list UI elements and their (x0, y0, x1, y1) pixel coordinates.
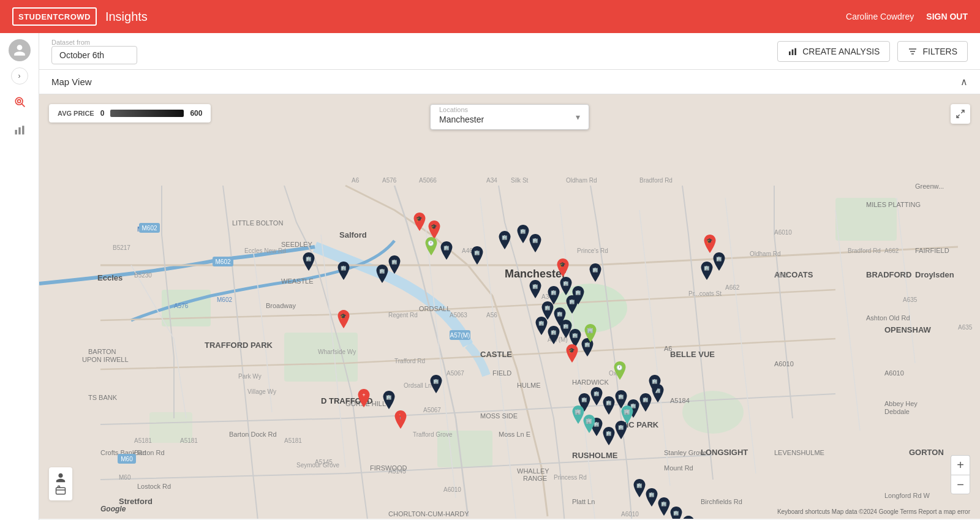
svg-text:Manchester: Manchester (505, 268, 566, 280)
toolbar-right: CREATE ANALYSIS FILTERS (777, 41, 968, 62)
svg-text:A6010: A6010 (884, 369, 904, 377)
map-container[interactable]: M602 A576 M602 A570 (39, 94, 980, 519)
svg-text:A662: A662 (725, 284, 740, 291)
svg-text:B5217: B5217 (113, 244, 130, 251)
map-header: Map View ∧ (39, 70, 980, 94)
dataset-value[interactable]: October 6th (51, 46, 137, 64)
svg-text:A5145: A5145 (388, 468, 406, 475)
svg-text:GORTON: GORTON (909, 448, 944, 457)
svg-rect-193 (56, 488, 66, 494)
price-bar: AVG PRICE 0 600 (49, 104, 211, 122)
svg-text:A576: A576 (382, 177, 397, 184)
person-icon (55, 472, 66, 483)
svg-text:Droylsden: Droylsden (915, 270, 954, 279)
google-logo: Google (100, 503, 131, 514)
svg-text:FIELD: FIELD (492, 369, 511, 377)
svg-text:Trafford Rd: Trafford Rd (394, 358, 425, 364)
svg-text:RUSHOLME: RUSHOLME (572, 451, 618, 460)
fullscreen-button[interactable] (951, 104, 970, 124)
create-analysis-button[interactable]: CREATE ANALYSIS (777, 41, 890, 62)
svg-line-192 (957, 115, 960, 118)
app-title: Insights (105, 10, 148, 24)
svg-point-1 (17, 100, 20, 103)
svg-text:ORDSALL: ORDSALL (419, 305, 450, 312)
svg-text:Google: Google (100, 505, 126, 513)
svg-text:Longford Rd W: Longford Rd W (884, 492, 930, 499)
logo-box: STUDENTCROWD (12, 7, 97, 26)
svg-text:A576: A576 (174, 303, 189, 309)
location-selector[interactable]: Locations Manchester ▾ (430, 104, 589, 130)
zoom-in-button[interactable]: + (951, 455, 970, 475)
filters-button[interactable]: FILTERS (897, 41, 968, 62)
svg-text:TRAFFORD PARK: TRAFFORD PARK (205, 341, 273, 350)
svg-text:WEASTLE: WEASTLE (281, 277, 314, 285)
svg-text:M602: M602 (215, 258, 230, 265)
toolbar: Dataset from October 6th CREATE ANALYSIS… (39, 33, 980, 70)
svg-text:Pr...coats St: Pr...coats St (688, 290, 722, 297)
svg-text:A662: A662 (774, 272, 789, 279)
svg-text:Prince's Rd: Prince's Rd (577, 247, 608, 254)
svg-text:A5066: A5066 (419, 177, 437, 184)
svg-text:A5145: A5145 (315, 459, 333, 465)
svg-text:Debdale: Debdale (884, 408, 910, 415)
svg-rect-5 (22, 126, 24, 134)
svg-text:Ashton Old Rd: Ashton Old Rd (866, 314, 910, 322)
svg-text:Lostock Rd: Lostock Rd (137, 483, 171, 490)
sign-out-button[interactable]: SIGN OUT (926, 12, 968, 21)
svg-point-19 (682, 391, 744, 434)
svg-text:Birchfields Rd: Birchfields Rd (701, 498, 742, 505)
svg-text:A6010: A6010 (443, 486, 461, 493)
svg-text:Oldham Rd: Oldham Rd (750, 251, 781, 257)
fullscreen-icon (956, 109, 965, 119)
svg-text:M60: M60 (119, 474, 131, 481)
svg-text:M602: M602 (217, 296, 232, 303)
svg-text:Ordsall Ln: Ordsall Ln (404, 382, 432, 389)
svg-text:BELLE VUE: BELLE VUE (670, 350, 715, 359)
svg-text:Barton Dock Rd: Barton Dock Rd (229, 431, 277, 438)
svg-text:RANGE: RANGE (523, 475, 547, 482)
svg-text:BRADFORD: BRADFORD (866, 270, 911, 279)
svg-text:A46: A46 (462, 247, 473, 254)
svg-text:VIC PARK: VIC PARK (621, 420, 659, 429)
svg-text:A5181: A5181 (134, 437, 152, 444)
svg-text:Trafford Grove: Trafford Grove (413, 431, 453, 438)
svg-point-13 (554, 284, 627, 333)
svg-text:Abbey Hey: Abbey Hey (884, 400, 918, 407)
svg-text:Eccles New Rd: Eccles New Rd (244, 247, 286, 254)
svg-text:A635: A635 (903, 296, 918, 303)
svg-text:A34: A34 (486, 177, 497, 184)
svg-text:Park Wy: Park Wy (238, 373, 262, 380)
svg-text:LITTLE BOLTON: LITTLE BOLTON (232, 219, 283, 227)
svg-rect-4 (18, 127, 20, 135)
svg-text:HULME: HULME (517, 382, 541, 389)
svg-text:Eccles: Eccles (97, 273, 123, 282)
svg-point-0 (15, 97, 23, 105)
zoom-out-button[interactable]: − (951, 475, 970, 494)
map-section-title: Map View (51, 77, 92, 87)
sidebar-toggle[interactable]: › (11, 67, 28, 85)
svg-text:Ox...: Ox... (609, 370, 622, 377)
svg-text:A6010: A6010 (774, 360, 794, 367)
filter-icon (908, 47, 918, 56)
chevron-down-icon: ▾ (576, 112, 580, 122)
svg-text:A34: A34 (541, 293, 552, 300)
svg-text:M602: M602 (141, 225, 157, 232)
svg-text:A6: A6 (352, 177, 360, 184)
svg-rect-8 (794, 48, 796, 55)
sidebar-chart-icon[interactable] (9, 119, 31, 141)
svg-text:A57(M): A57(M) (450, 332, 470, 339)
svg-text:A662: A662 (884, 247, 899, 254)
svg-text:Oldham Rd: Oldham Rd (566, 177, 597, 184)
sidebar-search-icon[interactable] (9, 91, 31, 113)
app-body: › Dataset from October 6th CREATE ANALYS… (0, 33, 980, 520)
svg-text:OPENSHAW: OPENSHAW (884, 325, 932, 334)
svg-text:WHALLEY: WHALLEY (517, 467, 549, 475)
svg-text:LEVENSHULME: LEVENSHULME (774, 449, 824, 456)
svg-text:A6010: A6010 (774, 229, 792, 236)
logo-text: STUDENTCROWD (18, 12, 91, 21)
price-gradient (110, 110, 184, 117)
svg-rect-6 (789, 51, 791, 55)
map-collapse-button[interactable]: ∧ (960, 76, 968, 88)
price-min: 0 (100, 109, 105, 118)
svg-text:MOSS SIDE: MOSS SIDE (480, 412, 518, 420)
